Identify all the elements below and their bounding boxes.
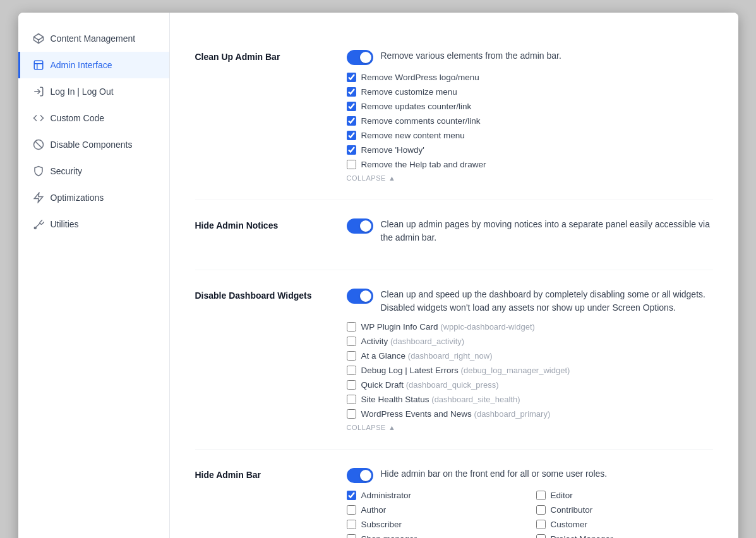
checkbox-meta: (wppic-dashboard-widget)	[440, 322, 535, 332]
toggle-row: Remove various elements from the admin b…	[347, 49, 713, 65]
checkbox-item-cb-subscriber[interactable]: Subscriber	[347, 520, 524, 529]
checkbox-cb-new-content[interactable]	[347, 131, 356, 140]
checkbox-cb-customer[interactable]	[536, 520, 546, 529]
checkbox-label: Site Health Status (dashboard_site_healt…	[361, 395, 520, 404]
checkbox-meta: (dashboard_site_health)	[431, 395, 520, 404]
checkbox-item-cb-customer[interactable]: Customer	[536, 520, 713, 529]
sidebar-item-label: Disable Components	[51, 140, 133, 150]
checkbox-item-cb-site-health[interactable]: Site Health Status (dashboard_site_healt…	[347, 395, 713, 404]
sidebar-item-label: Admin Interface	[51, 60, 112, 70]
checkbox-item-cb-customize-menu[interactable]: Remove customize menu	[347, 87, 713, 97]
collapse-button[interactable]: COLLAPSE ▲	[347, 424, 713, 431]
checkbox-cb-quick-draft[interactable]	[347, 380, 356, 390]
checkbox-meta: (dashboard_primary)	[474, 409, 551, 419]
checkbox-cb-at-a-glance[interactable]	[347, 351, 356, 361]
sidebar-item-label: Optimizations	[51, 193, 104, 203]
sidebar-item-optimizations[interactable]: Optimizations	[18, 184, 169, 211]
checkbox-item-cb-howdy[interactable]: Remove 'Howdy'	[347, 145, 713, 155]
checkbox-cb-editor[interactable]	[536, 491, 546, 500]
section-label: Hide Admin Notices	[195, 218, 334, 252]
login-icon	[33, 86, 44, 97]
sidebar-item-security[interactable]: Security	[18, 158, 169, 184]
checkbox-label: Author	[361, 505, 387, 515]
checkbox-label: Remove new content menu	[361, 131, 465, 140]
toggle-description: Clean up and speed up the dashboard by c…	[381, 288, 713, 314]
sidebar-item-utilities[interactable]: Utilities	[18, 211, 169, 237]
checkbox-list: Remove WordPress logo/menu Remove custom…	[347, 73, 713, 169]
code-icon	[33, 112, 44, 124]
checkbox-cb-site-health[interactable]	[347, 395, 356, 404]
checkbox-item-cb-quick-draft[interactable]: Quick Draft (dashboard_quick_press)	[347, 380, 713, 390]
checkbox-label: Remove the Help tab and drawer	[361, 160, 486, 169]
checkbox-meta: (dashboard_quick_press)	[406, 380, 499, 390]
sidebar-item-label: Content Management	[51, 33, 136, 44]
sidebar-item-custom-code[interactable]: Custom Code	[18, 105, 169, 131]
slash-icon	[33, 139, 44, 150]
checkbox-item-cb-administrator[interactable]: Administrator	[347, 491, 524, 500]
checkbox-item-cb-editor[interactable]: Editor	[536, 491, 713, 500]
checkbox-item-cb-project-manager[interactable]: Project Manager	[536, 534, 713, 538]
svg-rect-2	[34, 61, 43, 69]
checkbox-item-cb-wp-logo[interactable]: Remove WordPress logo/menu	[347, 73, 713, 82]
checkbox-cb-wp-logo[interactable]	[347, 73, 356, 82]
toggle-clean-up-admin-bar[interactable]	[347, 50, 373, 65]
checkbox-label: Administrator	[361, 491, 412, 500]
checkbox-cb-customize-menu[interactable]	[347, 87, 356, 97]
checkbox-cb-help-tab[interactable]	[347, 160, 356, 169]
sidebar-item-label: Utilities	[51, 219, 79, 229]
checkbox-label: Customer	[551, 520, 588, 529]
checkbox-item-cb-new-content[interactable]: Remove new content menu	[347, 131, 713, 140]
checkbox-item-cb-debug-log[interactable]: Debug Log | Latest Errors (debug_log_man…	[347, 366, 713, 375]
checkbox-item-cb-wp-events[interactable]: WordPress Events and News (dashboard_pri…	[347, 409, 713, 419]
checkbox-item-cb-contributor[interactable]: Contributor	[536, 505, 713, 515]
toggle-row: Clean up and speed up the dashboard by c…	[347, 288, 713, 314]
sidebar-item-content-management[interactable]: Content Management	[18, 25, 169, 52]
checkbox-item-cb-wppic[interactable]: WP Plugin Info Card (wppic-dashboard-wid…	[347, 322, 713, 332]
checkbox-label: Activity (dashboard_activity)	[361, 337, 465, 346]
checkbox-item-cb-updates-counter[interactable]: Remove updates counter/link	[347, 102, 713, 111]
checkbox-item-cb-comments-counter[interactable]: Remove comments counter/link	[347, 116, 713, 126]
checkbox-item-cb-at-a-glance[interactable]: At a Glance (dashboard_right_now)	[347, 351, 713, 361]
checkbox-item-cb-author[interactable]: Author	[347, 505, 524, 515]
checkbox-cb-howdy[interactable]	[347, 145, 356, 155]
sidebar-item-admin-interface[interactable]: Admin Interface	[18, 52, 169, 78]
toggle-row: Hide admin bar on the front end for all …	[347, 467, 713, 483]
checkbox-cb-shop-manager[interactable]	[347, 534, 356, 538]
checkbox-cb-project-manager[interactable]	[536, 534, 546, 538]
app-window: Content Management Admin Interface Log I…	[18, 13, 738, 538]
checkbox-label: Quick Draft (dashboard_quick_press)	[361, 380, 499, 390]
checkbox-list: WP Plugin Info Card (wppic-dashboard-wid…	[347, 322, 713, 419]
checkbox-meta: (dashboard_right_now)	[408, 351, 493, 361]
toggle-description: Hide admin bar on the front end for all …	[381, 467, 608, 481]
checkbox-item-cb-activity[interactable]: Activity (dashboard_activity)	[347, 337, 713, 346]
checkbox-label: Remove 'Howdy'	[361, 145, 424, 155]
checkbox-cb-wp-events[interactable]	[347, 409, 356, 419]
shield-icon	[33, 165, 44, 177]
sidebar-item-login-logout[interactable]: Log In | Log Out	[18, 78, 169, 105]
section-content: Clean up admin pages by moving notices i…	[347, 218, 713, 252]
collapse-button[interactable]: COLLAPSE ▲	[347, 174, 713, 182]
checkbox-cb-comments-counter[interactable]	[347, 116, 356, 126]
checkbox-label: Subscriber	[361, 520, 402, 529]
checkbox-label: Project Manager	[551, 534, 613, 538]
section-disable-dashboard-widgets: Disable Dashboard WidgetsClean up and sp…	[195, 270, 713, 450]
checkbox-item-cb-help-tab[interactable]: Remove the Help tab and drawer	[347, 160, 713, 169]
checkbox-cb-author[interactable]	[347, 505, 356, 515]
toggle-hide-admin-bar[interactable]	[347, 468, 373, 483]
checkbox-cb-wppic[interactable]	[347, 322, 356, 332]
svg-marker-8	[34, 193, 43, 203]
section-hide-admin-bar: Hide Admin BarHide admin bar on the fron…	[195, 450, 713, 538]
checkbox-cb-contributor[interactable]	[536, 505, 546, 515]
toggle-disable-dashboard-widgets[interactable]	[347, 289, 373, 304]
checkbox-cb-administrator[interactable]	[347, 491, 356, 500]
section-label: Disable Dashboard Widgets	[195, 288, 334, 431]
checkbox-cb-debug-log[interactable]	[347, 366, 356, 375]
checkbox-cb-subscriber[interactable]	[347, 520, 356, 529]
sidebar: Content Management Admin Interface Log I…	[18, 13, 170, 538]
checkbox-cb-activity[interactable]	[347, 337, 356, 346]
toggle-hide-admin-notices[interactable]	[347, 218, 373, 234]
checkbox-cb-updates-counter[interactable]	[347, 102, 356, 111]
checkbox-item-cb-shop-manager[interactable]: Shop manager	[347, 534, 524, 538]
checkbox-label: At a Glance (dashboard_right_now)	[361, 351, 493, 361]
sidebar-item-disable-components[interactable]: Disable Components	[18, 131, 169, 158]
